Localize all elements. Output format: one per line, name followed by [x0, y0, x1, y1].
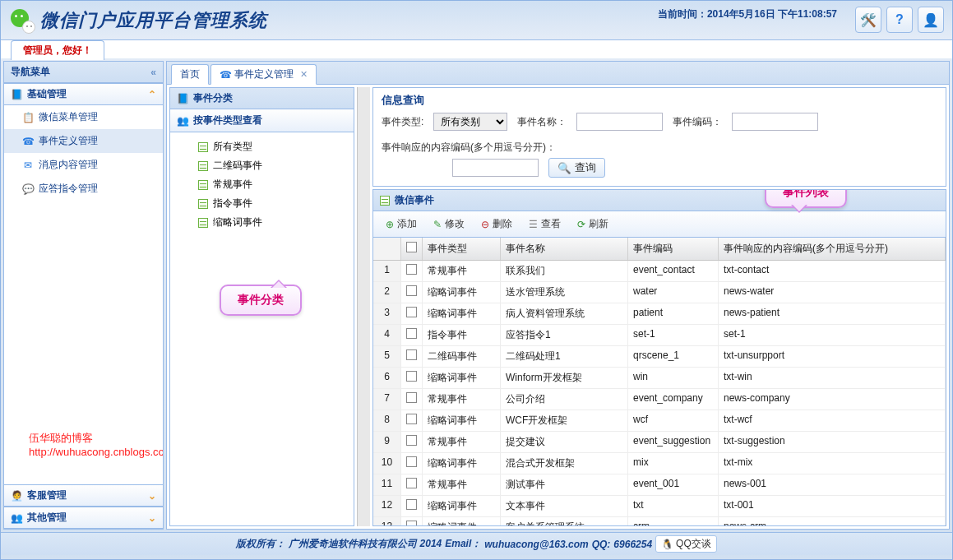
list-icon [198, 199, 208, 209]
tree-item-command[interactable]: 指令事件 [173, 194, 350, 213]
resp-input[interactable] [452, 159, 539, 177]
table-row[interactable]: 5二维码事件二维码处理1qrscene_1txt-unsurpport [373, 346, 946, 368]
list-icon [198, 142, 208, 152]
name-label: 事件名称： [517, 115, 567, 129]
tab-event-define[interactable]: ☎事件定义管理✕ [210, 64, 317, 85]
code-label: 事件编码： [673, 115, 722, 129]
row-checkbox[interactable] [406, 456, 417, 467]
tree-icon: 📘 [177, 93, 188, 104]
delete-button[interactable]: ⊖删除 [474, 214, 520, 234]
tools-button[interactable]: 🛠️ [855, 7, 881, 33]
table-row[interactable]: 6缩略词事件Winform开发框架wintxt-win [373, 368, 946, 389]
scrollbar[interactable] [357, 87, 370, 526]
table-row[interactable]: 13缩略词事件客户关系管理系统crmnews-crm [373, 517, 946, 525]
tree-item-abbrev[interactable]: 缩略词事件 [173, 213, 350, 232]
table-row[interactable]: 11常规事件测试事件event_001news-001 [373, 474, 946, 496]
tree-item-all[interactable]: 所有类型 [173, 137, 350, 156]
message-icon: ✉ [22, 160, 34, 171]
user-button[interactable]: 👤 [918, 7, 944, 33]
qq-chat-button[interactable]: 🐧QQ交谈 [655, 535, 717, 553]
user-icon: 👤 [923, 12, 939, 28]
other-icon: 👥 [11, 512, 22, 524]
table-row[interactable]: 7常规事件公司介绍event_companynews-company [373, 389, 946, 410]
add-button[interactable]: ⊕添加 [378, 214, 424, 234]
type-label: 事件类型: [382, 115, 423, 129]
nav-group-basic[interactable]: 📘基础管理 ⌃ [4, 83, 163, 105]
wrench-icon: 🛠️ [860, 12, 877, 28]
table-row[interactable]: 10缩略词事件混合式开发框架mixtxt-mix [373, 453, 946, 474]
type-select[interactable]: 所有类别 [433, 113, 507, 131]
sidebar-item-response-command[interactable]: 💬应答指令管理 [4, 177, 163, 201]
menu-icon: 📋 [22, 112, 34, 123]
sidebar-item-message-content[interactable]: ✉消息内容管理 [4, 153, 163, 177]
chevron-down-icon: ⌄ [148, 490, 156, 502]
code-input[interactable] [732, 113, 818, 131]
search-icon: 🔍 [557, 162, 571, 174]
email-link[interactable]: wuhuacong@163.com [484, 539, 588, 550]
table-row[interactable]: 8缩略词事件WCF开发框架wcftxt-wcf [373, 410, 946, 432]
table-row[interactable]: 9常规事件提交建议event_suggestiontxt-suggestion [373, 432, 946, 453]
row-checkbox[interactable] [406, 478, 417, 488]
list-icon [198, 218, 208, 228]
tree-item-qrcode[interactable]: 二维码事件 [173, 156, 350, 175]
view-icon: ☰ [529, 219, 538, 230]
edit-icon: ✎ [433, 219, 442, 230]
row-checkbox[interactable] [406, 349, 417, 360]
row-checkbox[interactable] [406, 285, 417, 296]
sidebar-item-wechat-menu[interactable]: 📋微信菜单管理 [4, 105, 163, 129]
table-row[interactable]: 12缩略词事件文本事件txttxt-001 [373, 496, 946, 517]
group-icon: 👥 [177, 115, 188, 127]
row-checkbox[interactable] [406, 328, 417, 339]
current-time: 当前时间：2014年5月16日 下午11:08:57 [658, 7, 837, 21]
callout-list: 事件列表 [765, 189, 847, 208]
tree-item-normal[interactable]: 常规事件 [173, 175, 350, 194]
tree-group-header: 👥按事件类型查看 [170, 109, 354, 132]
table-row[interactable]: 3缩略词事件病人资料管理系统patientnews-patient [373, 303, 946, 325]
header: 微信门户应用平台管理系统 当前时间：2014年5月16日 下午11:08:57 … [1, 1, 952, 40]
collapse-left-icon[interactable]: « [150, 67, 156, 78]
grid-title: 微信事件 [373, 190, 946, 211]
nav-title: 导航菜单 [11, 65, 50, 79]
search-button[interactable]: 🔍查询 [548, 158, 605, 178]
wechat-logo-icon [9, 7, 35, 34]
table-row[interactable]: 2缩略词事件送水管理系统waternews-water [373, 282, 946, 303]
row-checkbox[interactable] [406, 435, 417, 446]
row-checkbox[interactable] [406, 499, 417, 510]
add-icon: ⊕ [386, 219, 394, 230]
row-checkbox[interactable] [406, 371, 417, 382]
view-button[interactable]: ☰查看 [521, 214, 568, 234]
close-icon[interactable]: ✕ [300, 69, 308, 80]
nav-group-other[interactable]: 👥其他管理 ⌄ [4, 507, 163, 529]
tree-panel-header: 📘事件分类 [170, 88, 354, 109]
table-row[interactable]: 1常规事件联系我们event_contacttxt-contact [373, 261, 946, 282]
callout-tree: 事件分类 [220, 285, 302, 316]
event-icon: ☎ [220, 69, 231, 81]
chevron-up-icon: ⌃ [148, 89, 156, 100]
grid-header: 事件类型 事件名称 事件编码 事件响应的内容编码(多个用逗号分开) [373, 238, 946, 261]
help-button[interactable]: ? [886, 7, 913, 33]
refresh-button[interactable]: ⟳刷新 [570, 214, 616, 234]
help-icon: ? [895, 12, 904, 27]
sidebar-item-event-define[interactable]: ☎事件定义管理 [4, 129, 163, 153]
grid-body[interactable]: 1常规事件联系我们event_contacttxt-contact2缩略词事件送… [373, 261, 946, 525]
row-checkbox[interactable] [406, 392, 417, 403]
row-checkbox[interactable] [406, 414, 417, 424]
delete-icon: ⊖ [481, 219, 489, 230]
row-checkbox[interactable] [406, 264, 417, 275]
admin-greeting-tab: 管理员，您好！ [11, 40, 104, 60]
row-checkbox[interactable] [406, 521, 417, 525]
list-icon [198, 161, 208, 171]
app-title: 微信门户应用平台管理系统 [40, 8, 267, 33]
refresh-icon: ⟳ [577, 219, 585, 230]
service-icon: 🧑‍💼 [11, 490, 22, 502]
tab-home[interactable]: 首页 [171, 64, 209, 85]
nav-group-customer-service[interactable]: 🧑‍💼客服管理 ⌄ [4, 484, 163, 507]
search-title: 信息查询 [382, 93, 937, 108]
edit-button[interactable]: ✎修改 [426, 214, 472, 234]
command-icon: 💬 [22, 183, 34, 195]
row-checkbox[interactable] [406, 307, 417, 317]
check-all[interactable] [406, 242, 417, 252]
table-row[interactable]: 4指令事件应答指令1set-1set-1 [373, 325, 946, 346]
name-input[interactable] [576, 113, 663, 131]
event-icon: ☎ [22, 136, 34, 147]
